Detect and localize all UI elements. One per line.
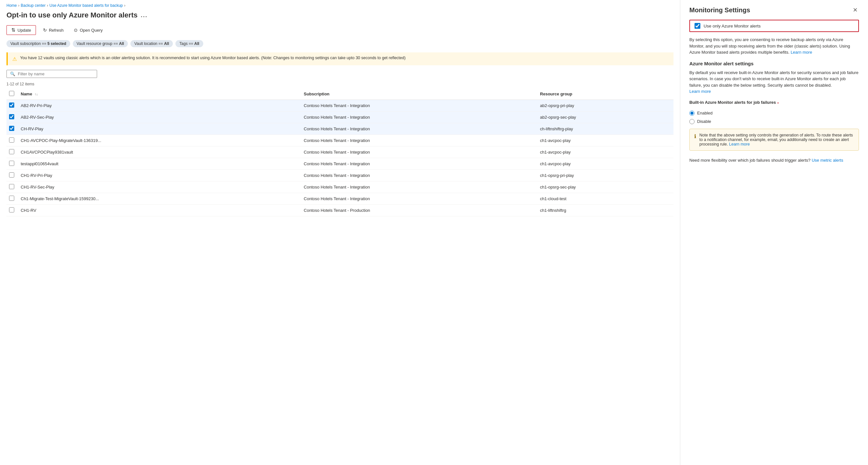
breadcrumb-sep-1: › xyxy=(18,3,20,8)
table-row: CH1-RVContoso Hotels Tenant - Production… xyxy=(6,205,674,216)
filter-resource-group[interactable]: Vault resource group == All xyxy=(73,40,128,47)
filters-bar: Vault subscription == 5 selected Vault r… xyxy=(0,38,680,51)
refresh-button[interactable]: ↻ Refresh xyxy=(40,26,67,34)
row-checkbox[interactable] xyxy=(9,137,14,143)
toolbar: ⇅ Update ↻ Refresh ⊙ Open Query xyxy=(0,23,680,38)
warning-icon: ⚠ xyxy=(12,56,17,62)
row-checkbox[interactable] xyxy=(9,161,14,166)
update-icon: ⇅ xyxy=(11,27,16,33)
radio-enabled-input[interactable] xyxy=(689,110,694,116)
header-checkbox-col xyxy=(6,88,18,100)
radio-group: Enabled Disable xyxy=(689,110,859,124)
row-subscription: Contoso Hotels Tenant - Integration xyxy=(301,146,537,158)
search-icon: 🔍 xyxy=(10,71,15,76)
filter-subscription[interactable]: Vault subscription == 5 selected xyxy=(6,40,70,47)
select-all-checkbox[interactable] xyxy=(9,91,14,96)
azure-monitor-settings-title: Azure Monitor alert settings xyxy=(689,61,859,66)
open-query-button[interactable]: ⊙ Open Query xyxy=(70,26,106,34)
learn-more-link-1[interactable]: Learn more xyxy=(790,50,812,55)
update-button[interactable]: ⇅ Update xyxy=(6,25,36,35)
row-checkbox[interactable] xyxy=(9,196,14,201)
job-failures-subtitle: Built-in Azure Monitor alerts for job fa… xyxy=(689,100,776,105)
table-row: AB2-RV-Sec-PlayContoso Hotels Tenant - I… xyxy=(6,111,674,123)
alert-text: You have 12 vaults using classic alerts … xyxy=(20,56,405,60)
row-subscription: Contoso Hotels Tenant - Integration xyxy=(301,123,537,135)
page-title-wrap: Opt-in to use only Azure Monitor alerts … xyxy=(0,10,680,23)
monitor-checkbox-label: Use only Azure Monitor alerts xyxy=(704,24,761,29)
table-container: Name ↑↓ Subscription Resource group AB2-… xyxy=(0,88,680,465)
metric-alerts-link[interactable]: Use metric alerts xyxy=(812,158,843,163)
row-checkbox[interactable] xyxy=(9,102,14,108)
radio-disable-input[interactable] xyxy=(689,119,694,124)
side-panel-title: Monitoring Settings xyxy=(689,6,750,14)
row-subscription: Contoso Hotels Tenant - Integration xyxy=(301,181,537,193)
header-subscription: Subscription xyxy=(301,88,537,100)
row-name: CH1-RV xyxy=(18,205,301,216)
row-checkbox-cell xyxy=(6,146,18,158)
row-checkbox-cell xyxy=(6,205,18,216)
row-checkbox[interactable] xyxy=(9,149,14,154)
metric-text: Need more flexibility over which job fai… xyxy=(689,158,810,163)
table-body: AB2-RV-Pri-PlayContoso Hotels Tenant - I… xyxy=(6,100,674,216)
panel-desc-1: By selecting this option, you are consen… xyxy=(689,37,859,56)
row-checkbox[interactable] xyxy=(9,126,14,131)
vaults-table: Name ↑↓ Subscription Resource group AB2-… xyxy=(6,88,674,216)
filter-tags[interactable]: Tags == All xyxy=(176,40,203,47)
required-mark: * xyxy=(777,101,779,106)
row-checkbox-cell xyxy=(6,135,18,146)
table-row: Ch1-Migrate-Test-MigrateVault-1599230...… xyxy=(6,193,674,205)
panel-desc-2-text: By default you will receive built-in Azu… xyxy=(689,70,858,88)
metric-link-label: Use metric alerts xyxy=(812,158,843,163)
refresh-icon: ↻ xyxy=(43,28,47,33)
radio-enabled[interactable]: Enabled xyxy=(689,110,859,116)
side-panel-header: Monitoring Settings ✕ xyxy=(689,6,859,14)
row-subscription: Contoso Hotels Tenant - Integration xyxy=(301,170,537,181)
table-row: CH1-RV-Sec-PlayContoso Hotels Tenant - I… xyxy=(6,181,674,193)
learn-more-link-2[interactable]: Learn more xyxy=(689,89,711,94)
breadcrumb-home[interactable]: Home xyxy=(6,3,17,8)
row-checkbox-cell xyxy=(6,100,18,111)
note-text: Note that the above setting only control… xyxy=(700,133,854,146)
row-checkbox-cell xyxy=(6,181,18,193)
note-learn-more-link[interactable]: Learn more xyxy=(729,142,750,146)
breadcrumb-sep-3: › xyxy=(124,3,126,8)
row-resource-group: ch1-opsrg-sec-play xyxy=(537,181,674,193)
breadcrumb-backup-center[interactable]: Backup center xyxy=(21,3,45,8)
row-name: CH1-RV-Sec-Play xyxy=(18,181,301,193)
open-query-label: Open Query xyxy=(80,28,102,33)
row-name: CH1-RV-Pri-Play xyxy=(18,170,301,181)
search-box: 🔍 xyxy=(6,70,97,78)
panel-desc-1-text: By selecting this option, you are consen… xyxy=(689,37,850,55)
radio-disable[interactable]: Disable xyxy=(689,119,859,124)
breadcrumb-current[interactable]: Use Azure Monitor based alerts for backu… xyxy=(50,3,123,8)
row-subscription: Contoso Hotels Tenant - Integration xyxy=(301,100,537,111)
row-checkbox[interactable] xyxy=(9,172,14,177)
row-subscription: Contoso Hotels Tenant - Integration xyxy=(301,135,537,146)
row-checkbox[interactable] xyxy=(9,184,14,189)
row-checkbox[interactable] xyxy=(9,114,14,119)
filter-location[interactable]: Vault location == All xyxy=(130,40,173,47)
table-row: AB2-RV-Pri-PlayContoso Hotels Tenant - I… xyxy=(6,100,674,111)
table-row: CH-RV-PlayContoso Hotels Tenant - Integr… xyxy=(6,123,674,135)
row-checkbox[interactable] xyxy=(9,207,14,212)
note-box: ℹ Note that the above setting only contr… xyxy=(689,129,859,151)
row-name: CH-RV-Play xyxy=(18,123,301,135)
panel-desc-2: By default you will receive built-in Azu… xyxy=(689,69,859,95)
info-icon: ℹ xyxy=(694,133,696,139)
row-checkbox-cell xyxy=(6,111,18,123)
table-row: CH1-RV-Pri-PlayContoso Hotels Tenant - I… xyxy=(6,170,674,181)
monitor-checkbox-wrap: Use only Azure Monitor alerts xyxy=(689,20,859,32)
header-name[interactable]: Name ↑↓ xyxy=(18,88,301,100)
more-options-icon[interactable]: ... xyxy=(141,12,148,19)
close-button[interactable]: ✕ xyxy=(851,6,859,13)
row-name: AB2-RV-Sec-Play xyxy=(18,111,301,123)
learn-more-2-label: Learn more xyxy=(689,89,711,94)
search-input[interactable] xyxy=(18,71,94,76)
row-name: Ch1-Migrate-Test-MigrateVault-1599230... xyxy=(18,193,301,205)
page-title: Opt-in to use only Azure Monitor alerts xyxy=(6,11,137,20)
use-azure-monitor-checkbox[interactable] xyxy=(694,23,700,29)
row-resource-group: ch1-avcpoc-play xyxy=(537,158,674,170)
row-resource-group: ch1-cloud-test xyxy=(537,193,674,205)
breadcrumb-sep-2: › xyxy=(47,3,48,8)
table-header-row: Name ↑↓ Subscription Resource group xyxy=(6,88,674,100)
